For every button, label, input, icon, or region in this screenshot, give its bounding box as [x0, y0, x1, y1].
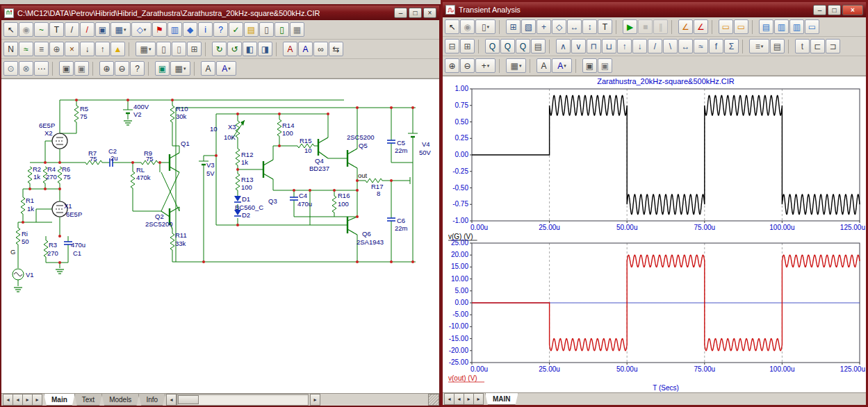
component-label[interactable]: C6: [397, 217, 405, 224]
copy-graph-icon[interactable]: ▣: [582, 58, 597, 73]
tab-scroll-first-button[interactable]: ◂: [444, 393, 455, 405]
component-label[interactable]: 22m: [395, 147, 408, 154]
component-label[interactable]: Q4: [315, 157, 324, 165]
close-button[interactable]: ×: [842, 5, 863, 15]
properties-icon[interactable]: ▤: [531, 39, 546, 53]
zoom-in-lens-icon[interactable]: Q: [500, 39, 515, 53]
find-icon[interactable]: A: [298, 42, 313, 56]
component-label[interactable]: R15: [300, 137, 311, 144]
tab-info[interactable]: Info: [138, 394, 165, 406]
component-label[interactable]: Q6: [362, 230, 371, 238]
component-label[interactable]: V1: [26, 271, 34, 279]
component-label[interactable]: R10: [176, 105, 188, 113]
page-icon[interactable]: ▯: [156, 42, 171, 56]
component-label[interactable]: 470k: [136, 174, 151, 181]
hscroll-left-button[interactable]: ◂: [166, 394, 177, 406]
component-label[interactable]: 100: [338, 200, 349, 208]
scale-mode-icon[interactable]: ▧: [521, 19, 536, 34]
pan-icon[interactable]: ◉: [460, 19, 475, 34]
component-label[interactable]: 270: [47, 249, 58, 257]
help-mode-icon[interactable]: ?: [213, 22, 228, 37]
slope-icon[interactable]: ∠: [678, 19, 693, 34]
stop-icon[interactable]: ■: [638, 19, 653, 34]
component-label[interactable]: BD237: [309, 165, 329, 172]
text-mode-icon[interactable]: T: [49, 22, 64, 37]
rotate-back-icon[interactable]: ↺: [227, 42, 242, 56]
component-label[interactable]: C5: [397, 139, 405, 147]
select-icon[interactable]: ↖: [3, 22, 18, 37]
copy-icon[interactable]: ▣: [59, 61, 74, 76]
exit-analysis-icon[interactable]: ▭: [805, 19, 819, 34]
component-label[interactable]: R1: [26, 197, 34, 204]
close-button[interactable]: ×: [423, 8, 436, 18]
node-numbers-icon[interactable]: N: [3, 42, 18, 56]
analysis-titlebar[interactable]: Transient Analysis –□×: [443, 2, 866, 17]
tab-scroll-prev-button[interactable]: ◂: [13, 394, 23, 406]
component-label[interactable]: X3: [228, 123, 236, 131]
component-label[interactable]: 75: [146, 155, 154, 163]
tab-scroll-next-button[interactable]: ▸: [464, 393, 474, 405]
help-close-icon[interactable]: ⊗: [19, 61, 33, 76]
component-icon[interactable]: ◉: [19, 22, 33, 37]
flag-icon[interactable]: ⚑: [152, 22, 167, 37]
high-icon[interactable]: ⊓: [587, 39, 601, 53]
component-label[interactable]: 100: [241, 183, 252, 191]
hscroll-thumb[interactable]: [178, 395, 199, 404]
component-label[interactable]: R16: [338, 192, 350, 199]
info-icon[interactable]: i: [198, 22, 213, 37]
hscroll-right-button[interactable]: ▸: [310, 394, 320, 406]
component-label[interactable]: 10K: [224, 133, 236, 141]
select-icon[interactable]: ↖: [445, 19, 459, 34]
image-icon[interactable]: ▣: [155, 61, 170, 76]
component-label[interactable]: R11: [175, 231, 187, 239]
diagonal-wire-icon[interactable]: /: [80, 22, 95, 37]
more-icon[interactable]: ⋯: [34, 61, 49, 76]
list-icon[interactable]: ▤: [770, 39, 785, 53]
component-label[interactable]: G: [10, 248, 15, 256]
text-size-icon[interactable]: A: [537, 58, 551, 73]
copy-page-icon[interactable]: ▣: [74, 61, 89, 76]
border-icon[interactable]: ⊞: [187, 42, 202, 56]
grid-display-icon[interactable]: ▦▾: [170, 61, 190, 76]
component-label[interactable]: 2SC5200: [347, 133, 375, 141]
component-label[interactable]: 10: [210, 125, 218, 133]
zoom-help-icon[interactable]: ?: [130, 61, 145, 76]
bottom-icon[interactable]: ↓: [632, 39, 647, 53]
grid-icon[interactable]: ▦▾: [136, 42, 156, 56]
minimize-button[interactable]: –: [394, 8, 407, 18]
valley-icon[interactable]: ∨: [571, 39, 586, 53]
tab-scroll-first-button[interactable]: ◂: [3, 394, 13, 406]
tab-text[interactable]: Text: [74, 394, 102, 406]
component-label[interactable]: V2: [133, 110, 142, 118]
data-points-icon[interactable]: ▭: [719, 19, 733, 34]
component-label[interactable]: 22m: [395, 224, 408, 232]
component-label[interactable]: R2: [33, 165, 41, 173]
scope-icon[interactable]: ▣: [95, 22, 110, 37]
cursor-mode-icon[interactable]: +: [537, 19, 551, 34]
component-label[interactable]: V3: [206, 161, 215, 169]
peak-icon[interactable]: ∧: [556, 39, 571, 53]
frequency-icon[interactable]: f: [709, 39, 723, 53]
line-mode-icon[interactable]: /: [65, 22, 79, 37]
check-icon[interactable]: ✓: [229, 22, 243, 37]
component-label[interactable]: 50: [22, 238, 29, 245]
component-label[interactable]: RL: [136, 166, 145, 174]
component-label[interactable]: 270: [46, 173, 57, 181]
component-label[interactable]: X2: [44, 129, 53, 137]
text-size-icon[interactable]: A: [201, 61, 215, 76]
maximize-button[interactable]: □: [409, 8, 422, 18]
zoom-auto-icon[interactable]: Q: [516, 39, 530, 53]
tab-scroll-last-button[interactable]: ▸: [473, 393, 484, 405]
tangent-icon[interactable]: ∠: [694, 19, 708, 34]
component-label[interactable]: 50V: [419, 149, 432, 156]
shape-icon[interactable]: ◇▾: [131, 22, 152, 37]
text-grow-icon[interactable]: A▾: [552, 58, 572, 73]
resize-grip[interactable]: [428, 394, 439, 406]
component-label[interactable]: V4: [422, 140, 430, 148]
go-to-icon[interactable]: ⇆: [329, 42, 343, 56]
zoom-out-icon[interactable]: ⊖: [115, 61, 129, 76]
vertical-tag-icon[interactable]: ↕: [582, 19, 597, 34]
component-label[interactable]: Ri: [22, 230, 28, 238]
axes-icon[interactable]: ▤: [759, 19, 773, 34]
pages-icon[interactable]: ▯: [172, 42, 186, 56]
